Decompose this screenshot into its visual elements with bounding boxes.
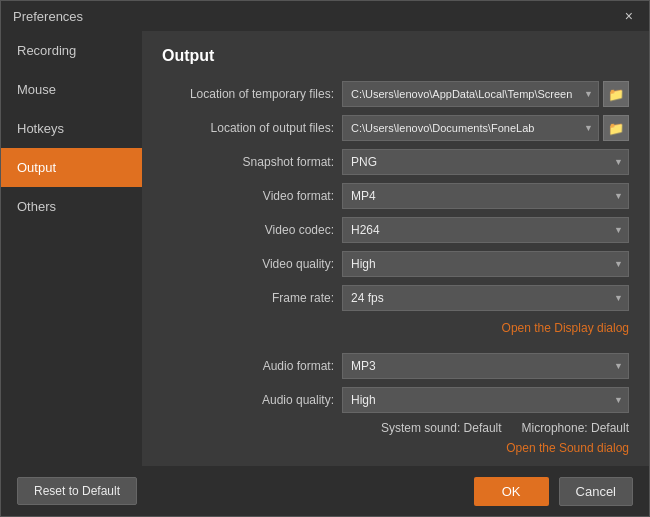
video-format-label: Video format: [162,189,342,203]
system-sound-info: System sound: Default [381,421,502,435]
snapshot-format-row: Snapshot format: PNG [162,149,629,175]
main-content: Recording Mouse Hotkeys Output Others Ou… [1,31,649,466]
video-quality-row: Video quality: High [162,251,629,277]
open-sound-dialog-link[interactable]: Open the Sound dialog [506,441,629,455]
temp-files-folder-btn[interactable]: 📁 [603,81,629,107]
output-files-row: Location of output files: C:\Users\lenov… [162,115,629,141]
frame-rate-row: Frame rate: 24 fps [162,285,629,311]
audio-info-row: System sound: Default Microphone: Defaul… [162,421,629,435]
video-format-row: Video format: MP4 [162,183,629,209]
folder-icon: 📁 [608,87,624,102]
frame-rate-control: 24 fps [342,285,629,311]
video-format-control: MP4 [342,183,629,209]
temp-files-label: Location of temporary files: [162,87,342,101]
video-codec-select[interactable]: H264 [342,217,629,243]
sidebar: Recording Mouse Hotkeys Output Others [1,31,142,466]
sidebar-item-hotkeys[interactable]: Hotkeys [1,109,142,148]
audio-format-select-wrap[interactable]: MP3 [342,353,629,379]
video-quality-control: High [342,251,629,277]
snapshot-format-control: PNG [342,149,629,175]
video-format-select[interactable]: MP4 [342,183,629,209]
audio-format-row: Audio format: MP3 [162,353,629,379]
audio-format-control: MP3 [342,353,629,379]
frame-rate-select-wrap[interactable]: 24 fps [342,285,629,311]
video-codec-select-wrap[interactable]: H264 [342,217,629,243]
output-files-select-wrap[interactable]: C:\Users\lenovo\Documents\FoneLab [342,115,599,141]
audio-quality-select[interactable]: High [342,387,629,413]
close-button[interactable]: × [621,6,637,26]
sidebar-item-output[interactable]: Output [1,148,142,187]
audio-format-label: Audio format: [162,359,342,373]
output-title: Output [162,47,629,65]
snapshot-format-select[interactable]: PNG [342,149,629,175]
audio-format-select[interactable]: MP3 [342,353,629,379]
video-codec-label: Video codec: [162,223,342,237]
sidebar-item-mouse[interactable]: Mouse [1,70,142,109]
footer-right: OK Cancel [474,477,633,506]
video-codec-control: H264 [342,217,629,243]
temp-files-row: Location of temporary files: C:\Users\le… [162,81,629,107]
preferences-dialog: Preferences × Recording Mouse Hotkeys Ou… [0,0,650,517]
output-files-control: C:\Users\lenovo\Documents\FoneLab 📁 [342,115,629,141]
frame-rate-select[interactable]: 24 fps [342,285,629,311]
temp-files-select-wrap[interactable]: C:\Users\lenovo\AppData\Local\Temp\Scree… [342,81,599,107]
sidebar-item-recording[interactable]: Recording [1,31,142,70]
open-display-dialog-link[interactable]: Open the Display dialog [502,321,629,335]
video-codec-row: Video codec: H264 [162,217,629,243]
video-quality-select[interactable]: High [342,251,629,277]
dialog-title: Preferences [13,9,83,24]
snapshot-format-label: Snapshot format: [162,155,342,169]
footer: Reset to Default OK Cancel [1,466,649,516]
audio-quality-select-wrap[interactable]: High [342,387,629,413]
snapshot-format-select-wrap[interactable]: PNG [342,149,629,175]
video-format-select-wrap[interactable]: MP4 [342,183,629,209]
temp-files-control: C:\Users\lenovo\AppData\Local\Temp\Scree… [342,81,629,107]
output-files-folder-btn[interactable]: 📁 [603,115,629,141]
audio-quality-row: Audio quality: High [162,387,629,413]
audio-quality-label: Audio quality: [162,393,342,407]
ok-button[interactable]: OK [474,477,549,506]
output-files-label: Location of output files: [162,121,342,135]
audio-quality-control: High [342,387,629,413]
folder-icon-2: 📁 [608,121,624,136]
frame-rate-label: Frame rate: [162,291,342,305]
reset-button[interactable]: Reset to Default [17,477,137,505]
content-area: Output Location of temporary files: C:\U… [142,31,649,466]
sidebar-item-others[interactable]: Others [1,187,142,226]
microphone-info: Microphone: Default [522,421,629,435]
output-files-select[interactable]: C:\Users\lenovo\Documents\FoneLab [342,115,599,141]
title-bar: Preferences × [1,1,649,31]
video-quality-label: Video quality: [162,257,342,271]
temp-files-select[interactable]: C:\Users\lenovo\AppData\Local\Temp\Scree… [342,81,599,107]
cancel-button[interactable]: Cancel [559,477,633,506]
video-quality-select-wrap[interactable]: High [342,251,629,277]
